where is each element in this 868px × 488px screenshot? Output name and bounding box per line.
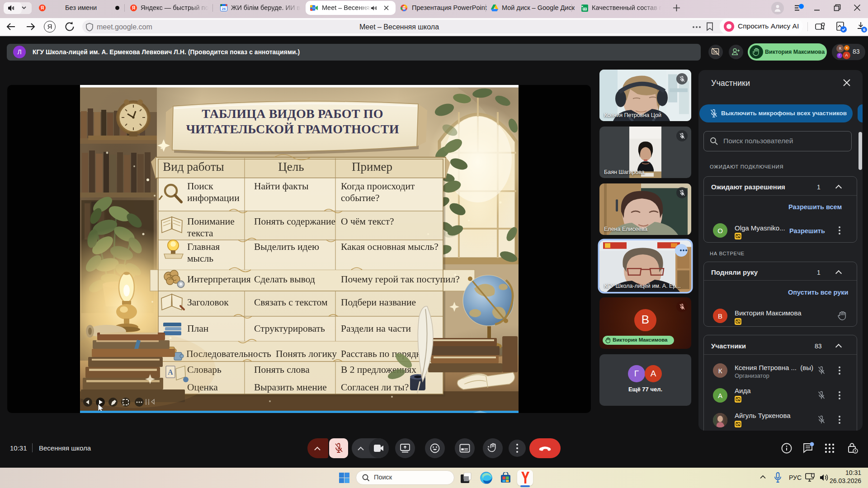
- svg-text:Понять содержание: Понять содержание: [254, 216, 335, 227]
- svg-text:текста: текста: [187, 228, 213, 239]
- svg-text:PDF: PDF: [402, 7, 406, 9]
- svg-text:Расставь по порядку: Расставь по порядку: [341, 348, 426, 359]
- svg-text:План: План: [187, 323, 208, 334]
- svg-text:6: 6: [863, 28, 865, 32]
- svg-text:Когда происходит: Когда происходит: [341, 181, 415, 192]
- svg-text:Сделать вывод: Сделать вывод: [254, 274, 315, 285]
- svg-text:Поиск: Поиск: [187, 181, 213, 192]
- svg-text:Заголовок: Заголовок: [187, 297, 229, 308]
- svg-text:Связать с текстом: Связать с текстом: [254, 297, 328, 308]
- svg-text:О чём текст?: О чём текст?: [341, 216, 394, 227]
- svg-text:Выразить мнение: Выразить мнение: [254, 382, 327, 393]
- svg-text:мысль: мысль: [187, 253, 213, 264]
- svg-text:Выделить идею: Выделить идею: [254, 241, 319, 252]
- svg-text:Почему герой так поступил?: Почему герой так поступил?: [341, 274, 460, 285]
- svg-text:Пример: Пример: [352, 160, 392, 174]
- svg-text:событие?: событие?: [341, 192, 380, 203]
- svg-text:информации: информации: [187, 192, 240, 203]
- svg-text:Понять слова: Понять слова: [254, 364, 310, 375]
- svg-text:Подбери название: Подбери название: [341, 297, 416, 308]
- svg-text:ЧИТАТЕЛЬСКОЙ ГРАМОТНОСТИ: ЧИТАТЕЛЬСКОЙ ГРАМОТНОСТИ: [186, 122, 399, 136]
- svg-text:Понять логику: Понять логику: [276, 348, 337, 359]
- svg-text:Какая основная мысль?: Какая основная мысль?: [341, 241, 439, 252]
- svg-text:Структурировать: Структурировать: [254, 323, 325, 334]
- svg-text:Понимание: Понимание: [187, 216, 235, 227]
- svg-text:26: 26: [222, 7, 226, 11]
- svg-text:Цель: Цель: [278, 160, 304, 174]
- svg-text:Интерпретация: Интерпретация: [187, 274, 251, 285]
- svg-text:Раздели на части: Раздели на части: [341, 323, 411, 334]
- svg-text:ТАБЛИЦА ВИДОВ РАБОТ ПО: ТАБЛИЦА ВИДОВ РАБОТ ПО: [202, 107, 383, 121]
- svg-text:Вид работы: Вид работы: [163, 160, 224, 174]
- svg-text:Главная: Главная: [187, 241, 220, 252]
- svg-text:Согласен ли ты?: Согласен ли ты?: [341, 382, 409, 393]
- svg-text:Найти факты: Найти факты: [254, 181, 308, 192]
